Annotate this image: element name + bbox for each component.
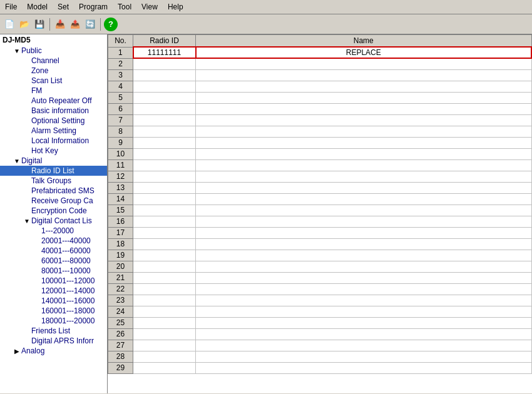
table-row[interactable]: 6: [108, 103, 532, 114]
cell-radio-id[interactable]: [133, 103, 196, 114]
table-row[interactable]: 10: [108, 148, 532, 159]
sidebar-item-radio-id-list[interactable]: Radio ID List: [0, 166, 107, 176]
cell-radio-id[interactable]: [133, 159, 196, 171]
sidebar-item-channel[interactable]: Channel: [0, 56, 107, 66]
read-button[interactable]: 📥: [53, 18, 67, 31]
table-row[interactable]: 14: [108, 193, 532, 205]
sidebar-item-analog[interactable]: ▶ Analog: [0, 346, 107, 356]
cell-name[interactable]: [196, 306, 532, 317]
sidebar-item-alarm-setting[interactable]: Alarm Setting: [0, 126, 107, 136]
cell-name[interactable]: [196, 69, 532, 81]
sidebar-item-auto-repeater[interactable]: Auto Repeater Off: [0, 96, 107, 106]
cell-name[interactable]: [196, 238, 532, 250]
table-row[interactable]: 2: [108, 58, 532, 69]
open-button[interactable]: 📂: [18, 18, 31, 31]
menu-set[interactable]: Set: [53, 1, 74, 13]
cell-name[interactable]: [196, 171, 532, 182]
menu-view[interactable]: View: [136, 1, 163, 13]
cell-radio-id[interactable]: [133, 58, 196, 69]
cell-name[interactable]: [196, 58, 532, 69]
sidebar-item-range-8[interactable]: 140001---16000: [0, 296, 107, 306]
menu-help[interactable]: Help: [163, 1, 188, 13]
cell-radio-id[interactable]: [133, 216, 196, 227]
cell-radio-id[interactable]: [133, 205, 196, 216]
cell-radio-id[interactable]: [133, 114, 196, 126]
cell-radio-id[interactable]: [133, 306, 196, 317]
cell-radio-id[interactable]: [133, 92, 196, 103]
table-row[interactable]: 5: [108, 92, 532, 103]
cell-radio-id[interactable]: [133, 182, 196, 193]
sidebar-item-receive-group[interactable]: Receive Group Ca: [0, 196, 107, 206]
table-row[interactable]: 16: [108, 216, 532, 227]
cell-radio-id[interactable]: [133, 250, 196, 261]
sidebar-item-range-6[interactable]: 100001---12000: [0, 276, 107, 286]
cell-radio-id[interactable]: [133, 272, 196, 283]
table-row[interactable]: 3: [108, 69, 532, 81]
cell-name[interactable]: [196, 81, 532, 92]
cell-name[interactable]: [196, 250, 532, 261]
sidebar-item-fm[interactable]: FM: [0, 86, 107, 96]
cell-radio-id[interactable]: [133, 238, 196, 250]
sidebar-item-range-5[interactable]: 80001---10000: [0, 266, 107, 276]
cell-name[interactable]: [196, 227, 532, 238]
table-row[interactable]: 11: [108, 159, 532, 171]
cell-name[interactable]: [196, 328, 532, 340]
sidebar-item-digital-aprs[interactable]: Digital APRS Inforr: [0, 336, 107, 346]
write-button[interactable]: 📤: [68, 18, 82, 31]
cell-radio-id[interactable]: [133, 283, 196, 295]
table-row[interactable]: 15: [108, 205, 532, 216]
sidebar-item-range-3[interactable]: 40001---60000: [0, 246, 107, 256]
cell-name[interactable]: [196, 272, 532, 283]
cell-name[interactable]: [196, 92, 532, 103]
cell-radio-id[interactable]: [133, 137, 196, 148]
sidebar-item-digital-contact-list[interactable]: ▼ Digital Contact Lis: [0, 216, 107, 226]
table-row[interactable]: 25: [108, 317, 532, 328]
table-row[interactable]: 19: [108, 250, 532, 261]
save-button[interactable]: 💾: [33, 18, 46, 31]
sidebar-item-range-1[interactable]: 1---20000: [0, 226, 107, 236]
cell-radio-id[interactable]: [133, 81, 196, 92]
sidebar-item-range-2[interactable]: 20001---40000: [0, 236, 107, 246]
sidebar-item-encryption-code[interactable]: Encryption Code: [0, 206, 107, 216]
table-row[interactable]: 27: [108, 340, 532, 351]
sidebar-item-talk-groups[interactable]: Talk Groups: [0, 176, 107, 186]
sidebar-item-range-4[interactable]: 60001---80000: [0, 256, 107, 266]
sidebar-item-basic-info[interactable]: Basic information: [0, 106, 107, 116]
table-row[interactable]: 24: [108, 306, 532, 317]
cell-name[interactable]: [196, 103, 532, 114]
table-row[interactable]: 111111111REPLACE: [108, 47, 532, 58]
table-row[interactable]: 12: [108, 171, 532, 182]
cell-radio-id[interactable]: [133, 148, 196, 159]
table-row[interactable]: 20: [108, 261, 532, 272]
sidebar-item-zone[interactable]: Zone: [0, 66, 107, 76]
cell-name[interactable]: [196, 114, 532, 126]
cell-name[interactable]: [196, 317, 532, 328]
cell-radio-id[interactable]: [133, 227, 196, 238]
table-row[interactable]: 7: [108, 114, 532, 126]
cell-name[interactable]: [196, 205, 532, 216]
cell-name[interactable]: [196, 351, 532, 362]
cell-radio-id[interactable]: [133, 295, 196, 306]
sidebar-item-hot-key[interactable]: Hot Key: [0, 146, 107, 156]
cell-radio-id[interactable]: [133, 193, 196, 205]
cell-radio-id[interactable]: [133, 362, 196, 373]
menu-tool[interactable]: Tool: [113, 1, 136, 13]
sidebar-item-friends-list[interactable]: Friends List: [0, 326, 107, 336]
cell-name[interactable]: [196, 216, 532, 227]
table-row[interactable]: 8: [108, 126, 532, 137]
table-row[interactable]: 28: [108, 351, 532, 362]
table-row[interactable]: 29: [108, 362, 532, 373]
table-row[interactable]: 23: [108, 295, 532, 306]
cell-name[interactable]: [196, 362, 532, 373]
cell-name[interactable]: [196, 295, 532, 306]
cell-name[interactable]: [196, 340, 532, 351]
table-row[interactable]: 4: [108, 81, 532, 92]
cell-name[interactable]: [196, 148, 532, 159]
transfer-button[interactable]: 🔄: [83, 18, 97, 31]
table-row[interactable]: 26: [108, 328, 532, 340]
sidebar-item-range-10[interactable]: 180001---20000: [0, 316, 107, 326]
cell-radio-id[interactable]: [133, 126, 196, 137]
table-row[interactable]: 13: [108, 182, 532, 193]
sidebar-item-range-9[interactable]: 160001---18000: [0, 306, 107, 316]
cell-radio-id[interactable]: 11111111: [133, 47, 196, 58]
